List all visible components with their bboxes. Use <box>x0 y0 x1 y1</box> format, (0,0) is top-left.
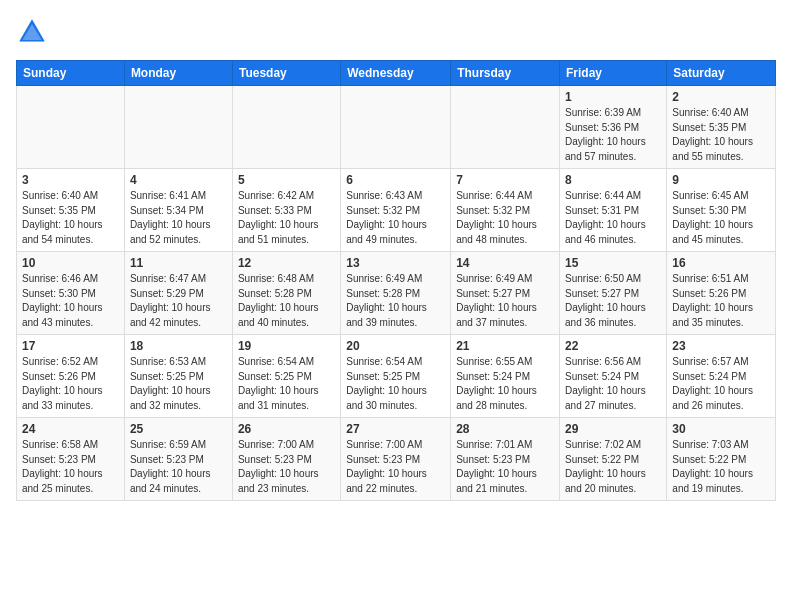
calendar-table: SundayMondayTuesdayWednesdayThursdayFrid… <box>16 60 776 501</box>
calendar-cell: 7Sunrise: 6:44 AM Sunset: 5:32 PM Daylig… <box>451 169 560 252</box>
day-info: Sunrise: 6:42 AM Sunset: 5:33 PM Dayligh… <box>238 189 335 247</box>
calendar-cell: 4Sunrise: 6:41 AM Sunset: 5:34 PM Daylig… <box>124 169 232 252</box>
day-number: 29 <box>565 422 661 436</box>
day-info: Sunrise: 6:43 AM Sunset: 5:32 PM Dayligh… <box>346 189 445 247</box>
day-number: 2 <box>672 90 770 104</box>
calendar-cell <box>341 86 451 169</box>
day-number: 11 <box>130 256 227 270</box>
calendar-cell: 26Sunrise: 7:00 AM Sunset: 5:23 PM Dayli… <box>232 418 340 501</box>
day-number: 27 <box>346 422 445 436</box>
day-info: Sunrise: 6:39 AM Sunset: 5:36 PM Dayligh… <box>565 106 661 164</box>
day-info: Sunrise: 7:03 AM Sunset: 5:22 PM Dayligh… <box>672 438 770 496</box>
weekday-header-wednesday: Wednesday <box>341 61 451 86</box>
day-number: 5 <box>238 173 335 187</box>
calendar-cell: 3Sunrise: 6:40 AM Sunset: 5:35 PM Daylig… <box>17 169 125 252</box>
day-info: Sunrise: 7:01 AM Sunset: 5:23 PM Dayligh… <box>456 438 554 496</box>
day-number: 13 <box>346 256 445 270</box>
week-row-1: 1Sunrise: 6:39 AM Sunset: 5:36 PM Daylig… <box>17 86 776 169</box>
day-number: 19 <box>238 339 335 353</box>
week-row-2: 3Sunrise: 6:40 AM Sunset: 5:35 PM Daylig… <box>17 169 776 252</box>
day-number: 14 <box>456 256 554 270</box>
calendar-cell: 17Sunrise: 6:52 AM Sunset: 5:26 PM Dayli… <box>17 335 125 418</box>
weekday-header-monday: Monday <box>124 61 232 86</box>
calendar-cell: 8Sunrise: 6:44 AM Sunset: 5:31 PM Daylig… <box>560 169 667 252</box>
calendar-cell: 23Sunrise: 6:57 AM Sunset: 5:24 PM Dayli… <box>667 335 776 418</box>
week-row-5: 24Sunrise: 6:58 AM Sunset: 5:23 PM Dayli… <box>17 418 776 501</box>
day-number: 6 <box>346 173 445 187</box>
day-number: 26 <box>238 422 335 436</box>
calendar-cell: 14Sunrise: 6:49 AM Sunset: 5:27 PM Dayli… <box>451 252 560 335</box>
day-number: 17 <box>22 339 119 353</box>
calendar-cell: 21Sunrise: 6:55 AM Sunset: 5:24 PM Dayli… <box>451 335 560 418</box>
calendar-cell: 20Sunrise: 6:54 AM Sunset: 5:25 PM Dayli… <box>341 335 451 418</box>
day-number: 12 <box>238 256 335 270</box>
calendar-cell <box>232 86 340 169</box>
calendar-cell: 30Sunrise: 7:03 AM Sunset: 5:22 PM Dayli… <box>667 418 776 501</box>
weekday-header-thursday: Thursday <box>451 61 560 86</box>
logo <box>16 16 52 48</box>
calendar-cell: 18Sunrise: 6:53 AM Sunset: 5:25 PM Dayli… <box>124 335 232 418</box>
day-info: Sunrise: 7:02 AM Sunset: 5:22 PM Dayligh… <box>565 438 661 496</box>
day-info: Sunrise: 6:41 AM Sunset: 5:34 PM Dayligh… <box>130 189 227 247</box>
day-number: 16 <box>672 256 770 270</box>
calendar-page: SundayMondayTuesdayWednesdayThursdayFrid… <box>0 0 792 511</box>
calendar-cell: 24Sunrise: 6:58 AM Sunset: 5:23 PM Dayli… <box>17 418 125 501</box>
calendar-cell: 5Sunrise: 6:42 AM Sunset: 5:33 PM Daylig… <box>232 169 340 252</box>
day-info: Sunrise: 6:46 AM Sunset: 5:30 PM Dayligh… <box>22 272 119 330</box>
calendar-cell <box>17 86 125 169</box>
day-info: Sunrise: 6:52 AM Sunset: 5:26 PM Dayligh… <box>22 355 119 413</box>
day-info: Sunrise: 6:53 AM Sunset: 5:25 PM Dayligh… <box>130 355 227 413</box>
week-row-4: 17Sunrise: 6:52 AM Sunset: 5:26 PM Dayli… <box>17 335 776 418</box>
day-number: 15 <box>565 256 661 270</box>
calendar-cell: 12Sunrise: 6:48 AM Sunset: 5:28 PM Dayli… <box>232 252 340 335</box>
day-info: Sunrise: 6:50 AM Sunset: 5:27 PM Dayligh… <box>565 272 661 330</box>
day-number: 30 <box>672 422 770 436</box>
day-number: 25 <box>130 422 227 436</box>
logo-icon <box>16 16 48 48</box>
day-number: 24 <box>22 422 119 436</box>
page-header <box>16 16 776 48</box>
calendar-cell: 28Sunrise: 7:01 AM Sunset: 5:23 PM Dayli… <box>451 418 560 501</box>
day-info: Sunrise: 6:40 AM Sunset: 5:35 PM Dayligh… <box>672 106 770 164</box>
day-info: Sunrise: 6:47 AM Sunset: 5:29 PM Dayligh… <box>130 272 227 330</box>
day-info: Sunrise: 6:44 AM Sunset: 5:32 PM Dayligh… <box>456 189 554 247</box>
calendar-cell: 25Sunrise: 6:59 AM Sunset: 5:23 PM Dayli… <box>124 418 232 501</box>
day-info: Sunrise: 7:00 AM Sunset: 5:23 PM Dayligh… <box>346 438 445 496</box>
calendar-cell: 9Sunrise: 6:45 AM Sunset: 5:30 PM Daylig… <box>667 169 776 252</box>
day-number: 3 <box>22 173 119 187</box>
day-info: Sunrise: 6:44 AM Sunset: 5:31 PM Dayligh… <box>565 189 661 247</box>
day-info: Sunrise: 6:49 AM Sunset: 5:28 PM Dayligh… <box>346 272 445 330</box>
calendar-cell: 10Sunrise: 6:46 AM Sunset: 5:30 PM Dayli… <box>17 252 125 335</box>
weekday-header-sunday: Sunday <box>17 61 125 86</box>
day-info: Sunrise: 6:45 AM Sunset: 5:30 PM Dayligh… <box>672 189 770 247</box>
calendar-cell <box>451 86 560 169</box>
day-number: 1 <box>565 90 661 104</box>
day-number: 23 <box>672 339 770 353</box>
calendar-cell: 22Sunrise: 6:56 AM Sunset: 5:24 PM Dayli… <box>560 335 667 418</box>
calendar-cell <box>124 86 232 169</box>
day-info: Sunrise: 6:58 AM Sunset: 5:23 PM Dayligh… <box>22 438 119 496</box>
day-info: Sunrise: 6:51 AM Sunset: 5:26 PM Dayligh… <box>672 272 770 330</box>
day-info: Sunrise: 6:49 AM Sunset: 5:27 PM Dayligh… <box>456 272 554 330</box>
weekday-header-row: SundayMondayTuesdayWednesdayThursdayFrid… <box>17 61 776 86</box>
weekday-header-tuesday: Tuesday <box>232 61 340 86</box>
day-info: Sunrise: 6:59 AM Sunset: 5:23 PM Dayligh… <box>130 438 227 496</box>
day-info: Sunrise: 6:40 AM Sunset: 5:35 PM Dayligh… <box>22 189 119 247</box>
day-info: Sunrise: 7:00 AM Sunset: 5:23 PM Dayligh… <box>238 438 335 496</box>
calendar-cell: 2Sunrise: 6:40 AM Sunset: 5:35 PM Daylig… <box>667 86 776 169</box>
day-info: Sunrise: 6:57 AM Sunset: 5:24 PM Dayligh… <box>672 355 770 413</box>
day-number: 10 <box>22 256 119 270</box>
day-info: Sunrise: 6:54 AM Sunset: 5:25 PM Dayligh… <box>346 355 445 413</box>
day-number: 18 <box>130 339 227 353</box>
calendar-cell: 27Sunrise: 7:00 AM Sunset: 5:23 PM Dayli… <box>341 418 451 501</box>
day-number: 22 <box>565 339 661 353</box>
weekday-header-saturday: Saturday <box>667 61 776 86</box>
calendar-cell: 15Sunrise: 6:50 AM Sunset: 5:27 PM Dayli… <box>560 252 667 335</box>
weekday-header-friday: Friday <box>560 61 667 86</box>
week-row-3: 10Sunrise: 6:46 AM Sunset: 5:30 PM Dayli… <box>17 252 776 335</box>
day-number: 9 <box>672 173 770 187</box>
calendar-cell: 16Sunrise: 6:51 AM Sunset: 5:26 PM Dayli… <box>667 252 776 335</box>
day-number: 8 <box>565 173 661 187</box>
calendar-cell: 19Sunrise: 6:54 AM Sunset: 5:25 PM Dayli… <box>232 335 340 418</box>
day-info: Sunrise: 6:54 AM Sunset: 5:25 PM Dayligh… <box>238 355 335 413</box>
